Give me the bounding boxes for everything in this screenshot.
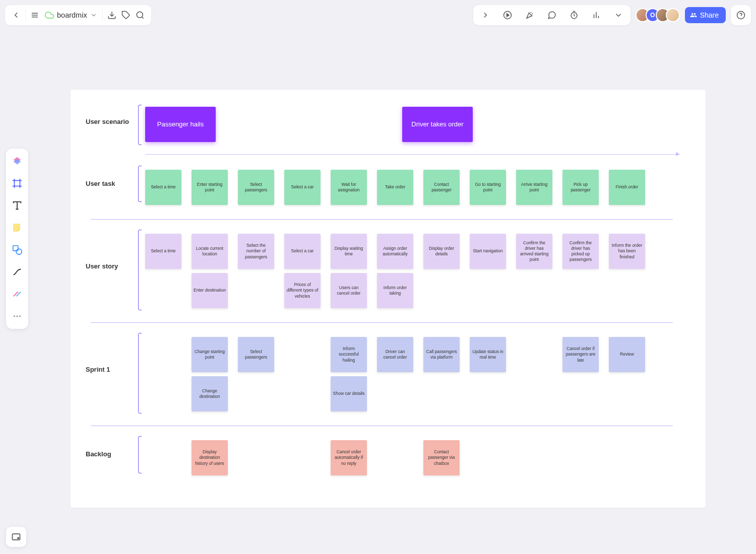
- story-card[interactable]: Users can cancel order: [331, 273, 367, 308]
- scenario-card[interactable]: Driver takes order: [402, 107, 473, 142]
- timer-button[interactable]: [567, 8, 581, 22]
- templates-tool[interactable]: [10, 154, 25, 169]
- bracket-icon: [136, 333, 142, 413]
- svg-point-25: [14, 316, 15, 317]
- row-label: Sprint 1: [86, 333, 136, 373]
- menu-button[interactable]: [28, 8, 42, 22]
- sprint-card[interactable]: Show car details: [331, 376, 367, 411]
- svg-point-27: [19, 316, 21, 317]
- task-card[interactable]: Select passengers: [238, 170, 274, 205]
- bracket-icon: [136, 105, 142, 145]
- pen-tool[interactable]: [10, 287, 25, 302]
- sprint-card[interactable]: Update status in real time: [470, 337, 506, 372]
- more-tools[interactable]: [10, 309, 25, 324]
- minimap-button[interactable]: [6, 527, 26, 547]
- cloud-sync-icon: [45, 11, 54, 20]
- story-card[interactable]: Inform order taking: [377, 273, 413, 308]
- task-card[interactable]: Contact passenger: [423, 170, 460, 205]
- sprint-card[interactable]: Inform successful hailing: [331, 337, 367, 372]
- svg-point-26: [17, 316, 18, 317]
- vote-button[interactable]: [589, 8, 603, 22]
- scenario-card[interactable]: Passenger hails: [145, 107, 216, 142]
- timeline-arrow: [145, 154, 679, 155]
- sprint-card[interactable]: Driver can cancel order: [377, 337, 413, 372]
- comment-button[interactable]: [545, 8, 559, 22]
- section-divider: [91, 322, 673, 323]
- divider: [25, 9, 26, 21]
- share-button[interactable]: Share: [685, 7, 726, 23]
- sticky-note-tool[interactable]: [10, 220, 25, 235]
- download-button[interactable]: [105, 8, 119, 22]
- collaborator-avatars[interactable]: O: [636, 8, 680, 22]
- story-card[interactable]: Select a time: [145, 234, 181, 269]
- story-card[interactable]: Confirm the driver has arrived starting …: [516, 234, 552, 269]
- app-title[interactable]: boardmix: [42, 11, 100, 20]
- task-card[interactable]: Go to starting point: [470, 170, 506, 205]
- story-card[interactable]: Display order details: [423, 234, 460, 269]
- story-card[interactable]: Display waiting time: [331, 234, 367, 269]
- task-card[interactable]: Arrive starting point: [516, 170, 552, 205]
- more-button[interactable]: [611, 8, 625, 22]
- celebrate-button[interactable]: [523, 8, 537, 22]
- task-card[interactable]: Finish order: [609, 170, 645, 205]
- backlog-card[interactable]: Cancel order automatically if no reply: [331, 440, 367, 475]
- row-label: User task: [86, 166, 136, 187]
- row-label: User story: [86, 230, 136, 270]
- story-card[interactable]: Start navigation: [470, 234, 506, 269]
- avatar[interactable]: [666, 8, 680, 22]
- top-bar: boardmix: [5, 5, 751, 25]
- task-card[interactable]: Wait for assignation: [331, 170, 367, 205]
- sprint-card[interactable]: Call passengers via platform: [423, 337, 460, 372]
- backlog-card[interactable]: Display destination history of users: [192, 440, 228, 475]
- sprint-card[interactable]: Select passengers: [238, 337, 274, 372]
- chevron-down-icon: [90, 12, 97, 19]
- sprint-card[interactable]: Review: [609, 337, 645, 372]
- bracket-icon: [136, 230, 142, 310]
- row-backlog: Backlog Display destination history of u…: [86, 436, 690, 479]
- present-button[interactable]: [500, 8, 515, 22]
- shape-tool[interactable]: [10, 242, 25, 257]
- sprint-card[interactable]: Cancel order if passengers are late: [562, 337, 599, 372]
- task-card[interactable]: Take order: [377, 170, 413, 205]
- back-button[interactable]: [9, 8, 23, 22]
- backlog-card[interactable]: Contact passenger via chatbox: [423, 440, 460, 475]
- story-card[interactable]: Assign order automatically: [377, 234, 413, 269]
- svg-point-5: [137, 12, 143, 18]
- svg-point-29: [18, 537, 19, 539]
- story-card[interactable]: Select the number of passengers: [238, 234, 274, 269]
- text-tool[interactable]: [10, 198, 25, 213]
- section-divider: [91, 219, 673, 220]
- tag-button[interactable]: [119, 8, 133, 22]
- task-card[interactable]: Pick up passenger: [562, 170, 599, 205]
- divider: [102, 9, 103, 21]
- row-user-task: User task Select a time Enter starting p…: [86, 166, 690, 209]
- row-sprint-1: Sprint 1 Change starting point Select pa…: [86, 333, 690, 416]
- help-button[interactable]: [731, 5, 751, 25]
- task-card[interactable]: Enter starting point: [192, 170, 228, 205]
- svg-line-6: [142, 17, 143, 18]
- canvas[interactable]: User scenario Passenger hails Driver tak…: [71, 90, 706, 508]
- story-card[interactable]: Locate current location: [192, 234, 228, 269]
- story-card[interactable]: Prices of different types of vehicles: [284, 273, 321, 308]
- top-bar-left: boardmix: [5, 5, 151, 25]
- share-label: Share: [700, 11, 719, 19]
- bracket-icon: [136, 166, 142, 202]
- svg-marker-8: [507, 14, 509, 17]
- frame-tool[interactable]: [10, 176, 25, 191]
- story-card[interactable]: Confirm the driver has picked up passeng…: [562, 234, 599, 269]
- top-bar-right: O Share: [473, 5, 751, 25]
- sprint-card[interactable]: Change destination: [192, 376, 228, 411]
- top-bar-tools: [473, 5, 631, 25]
- connector-tool[interactable]: [10, 264, 25, 280]
- story-card[interactable]: Enter destination: [192, 273, 228, 308]
- story-card[interactable]: Select a car: [284, 234, 321, 269]
- search-button[interactable]: [133, 8, 147, 22]
- svg-point-24: [16, 249, 22, 254]
- expand-button[interactable]: [478, 8, 492, 22]
- row-label: Backlog: [86, 436, 136, 458]
- sprint-card[interactable]: Change starting point: [192, 337, 228, 372]
- row-user-scenario: User scenario Passenger hails Driver tak…: [86, 105, 690, 145]
- story-card[interactable]: Inform the order has been finished: [609, 234, 645, 269]
- task-card[interactable]: Select a time: [145, 170, 181, 205]
- task-card[interactable]: Select a car: [284, 170, 321, 205]
